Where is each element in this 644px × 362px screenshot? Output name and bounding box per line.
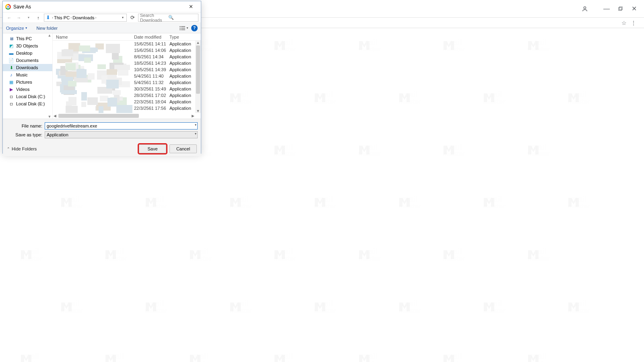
scroll-right-icon[interactable]: ▶ [192, 114, 194, 118]
tree-item-desktop[interactable]: ▬Desktop [3, 49, 52, 57]
disk-icon: ◘ [8, 101, 14, 107]
breadcrumb-folder[interactable]: Downloads [72, 15, 94, 20]
file-row[interactable]: 18/5/2561 14:23Application [53, 60, 201, 66]
chevron-up-icon: ⌃ [7, 147, 10, 151]
saveastype-select[interactable]: Application [45, 131, 198, 138]
close-icon[interactable]: ✕ [183, 2, 198, 12]
pic-icon: ▦ [8, 79, 14, 85]
breadcrumb[interactable]: ⬇ › This PC › Downloads › ▾ [44, 14, 127, 22]
nav-forward-button[interactable]: → [15, 14, 23, 22]
column-date[interactable]: Date modified [134, 35, 169, 39]
svg-rect-2 [619, 7, 622, 10]
tree-item-3d-objects[interactable]: ◩3D Objects [3, 42, 52, 49]
minimize-icon[interactable]: — [600, 2, 613, 16]
dialog-navrow: ← → ▾ ↑ ⬇ › This PC › Downloads › ▾ ⟳ Se… [3, 12, 201, 23]
search-placeholder: Search Downloads [140, 13, 168, 23]
view-options-button[interactable]: ▼ [180, 26, 189, 31]
svg-rect-5 [180, 28, 181, 29]
file-row[interactable]: 22/3/2561 18:04Application [53, 99, 201, 105]
dialog-footer: ⌃ Hide Folders Save Cancel [3, 142, 201, 156]
maximize-icon[interactable] [613, 2, 627, 16]
dialog-form: File name: ▾ Save as type: Application ▾ [3, 119, 201, 142]
search-input[interactable]: Search Downloads 🔍 [138, 14, 198, 22]
close-window-icon[interactable]: ✕ [627, 2, 641, 16]
chevron-down-icon: ▼ [186, 27, 189, 29]
dialog-title: Save As [13, 4, 31, 10]
browser-menu-icon[interactable]: ⋮ [629, 18, 638, 28]
column-name[interactable]: Name [53, 35, 134, 39]
disk-icon: ◘ [8, 94, 14, 99]
hide-folders-toggle[interactable]: ⌃ Hide Folders [7, 146, 37, 151]
help-icon[interactable]: ? [191, 25, 198, 31]
svg-point-0 [584, 6, 586, 8]
file-row[interactable]: 8/6/2561 14:34Application [53, 53, 201, 60]
doc-icon: 📄 [8, 58, 14, 63]
svg-rect-8 [181, 29, 185, 30]
nav-back-button[interactable]: ← [5, 14, 13, 22]
file-row[interactable]: 5/4/2561 11:40Application [53, 73, 201, 79]
mus-icon: ♪ [8, 72, 14, 78]
nav-history-button[interactable]: ▾ [25, 14, 33, 22]
file-row[interactable]: 10/5/2561 14:39Application [53, 66, 201, 73]
tree-item-videos[interactable]: ▶Videos [3, 86, 52, 93]
down-icon: ⬇ [8, 65, 14, 70]
tree-scroll-up[interactable]: ▲ [47, 33, 52, 37]
new-folder-button[interactable]: New folder [37, 26, 58, 31]
scroll-left-icon[interactable]: ◀ [54, 114, 56, 118]
save-button[interactable]: Save [139, 144, 166, 153]
tree-scroll-down[interactable]: ▼ [47, 115, 52, 119]
svg-rect-4 [181, 26, 185, 27]
vid-icon: ▶ [8, 86, 14, 92]
breadcrumb-root[interactable]: This PC [54, 15, 70, 20]
chevron-down-icon: ▼ [25, 27, 28, 29]
scrollbar-thumb[interactable] [58, 114, 139, 118]
tree-item-local-disk-e-[interactable]: ◘Local Disk (E:) [3, 100, 52, 107]
scrollbar-thumb[interactable] [196, 45, 200, 94]
svg-rect-7 [180, 29, 181, 30]
file-row[interactable]: 15/6/2561 14:11Application [53, 41, 201, 47]
saveastype-label: Save as type: [6, 132, 42, 137]
obj-icon: ◩ [8, 43, 14, 49]
save-as-dialog: Save As ✕ ← → ▾ ↑ ⬇ › This PC › Download… [2, 1, 201, 154]
file-row[interactable]: 22/3/2561 17:56Application [53, 105, 201, 111]
dialog-toolbar: Organize ▼ New folder ▼ ? [3, 23, 201, 33]
filename-label: File name: [6, 123, 42, 128]
organize-button[interactable]: Organize ▼ [6, 26, 28, 31]
dialog-titlebar: Save As ✕ [3, 1, 201, 12]
svg-rect-6 [181, 28, 185, 29]
file-row[interactable]: 15/6/2561 14:06Application [53, 47, 201, 53]
account-icon[interactable] [578, 2, 592, 16]
tree-item-music[interactable]: ♪Music [3, 71, 52, 78]
scroll-up-icon[interactable]: ▲ [196, 41, 200, 45]
file-horizontal-scrollbar[interactable]: ◀ ▶ [53, 113, 195, 119]
bookmark-star-icon[interactable]: ☆ [619, 18, 629, 28]
column-type[interactable]: Type [169, 35, 201, 39]
desk-icon: ▬ [8, 50, 14, 56]
file-vertical-scrollbar[interactable]: ▲ ▼ [195, 41, 201, 113]
tree-item-pictures[interactable]: ▦Pictures [3, 78, 52, 86]
file-list-area: Name Date modified Type 15/6/2561 14:11A… [53, 33, 201, 119]
file-list-header[interactable]: Name Date modified Type [53, 33, 201, 41]
file-row[interactable]: 5/4/2561 11:32Application [53, 79, 201, 86]
search-icon: 🔍 [168, 15, 196, 20]
nav-up-button[interactable]: ↑ [34, 14, 42, 22]
file-list[interactable]: 15/6/2561 14:11Application15/6/2561 14:0… [53, 41, 201, 112]
chrome-icon [5, 4, 11, 10]
tree-item-documents[interactable]: 📄Documents [3, 57, 52, 64]
download-glyph-icon: ⬇ [46, 14, 50, 21]
cancel-button[interactable]: Cancel [169, 144, 197, 153]
svg-rect-3 [180, 26, 181, 27]
svg-rect-1 [618, 8, 621, 10]
refresh-button[interactable]: ⟳ [128, 14, 136, 21]
tree-item-this-pc[interactable]: 🖥This PC [3, 35, 52, 42]
scroll-down-icon[interactable]: ▼ [196, 109, 200, 113]
breadcrumb-dropdown-icon[interactable]: ▾ [120, 16, 126, 19]
filename-input[interactable] [45, 122, 198, 130]
tree-item-local-disk-c-[interactable]: ◘Local Disk (C:) [3, 93, 52, 100]
folder-tree[interactable]: ▲ 🖥This PC◩3D Objects▬Desktop📄Documents⬇… [3, 33, 53, 119]
file-row[interactable]: 28/3/2561 17:02Application [53, 92, 201, 99]
file-row[interactable]: 30/3/2561 15:49Application [53, 86, 201, 92]
pc-icon: 🖥 [8, 36, 14, 41]
tree-item-downloads[interactable]: ⬇Downloads [3, 64, 52, 71]
